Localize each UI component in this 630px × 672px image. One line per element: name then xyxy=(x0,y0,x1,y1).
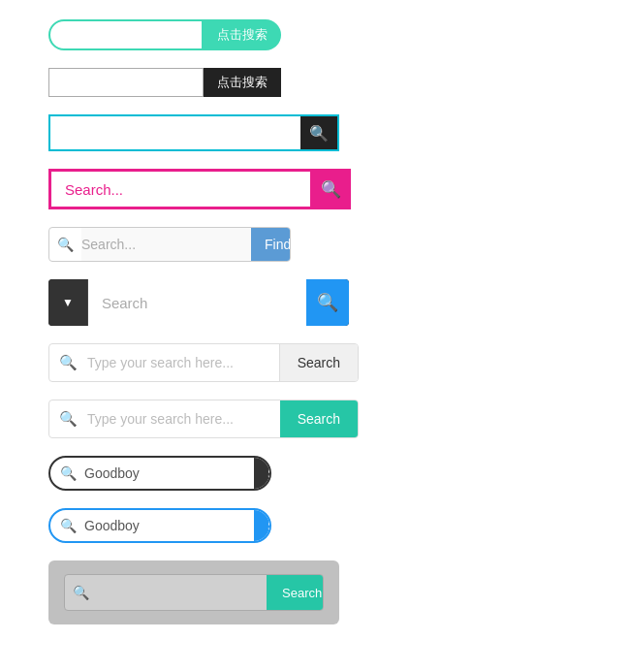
find-button-5[interactable]: Find xyxy=(251,228,291,261)
search-icon-11: 🔍 xyxy=(65,585,97,600)
search-input-11[interactable] xyxy=(97,575,267,610)
search-bar-1: 点击搜索 xyxy=(48,19,582,50)
search-icon-7: 🔍 xyxy=(49,354,87,371)
search-input-6[interactable] xyxy=(88,279,306,326)
search-bar-5: 🔍 Find xyxy=(48,227,291,262)
search-input-5[interactable] xyxy=(81,228,251,261)
search-icon-9: 🔍 xyxy=(50,465,84,481)
search-button-4[interactable]: 🔍 xyxy=(310,169,351,209)
search-bar-8: 🔍 Search xyxy=(48,400,359,438)
search-button-9[interactable]: Search xyxy=(254,458,271,489)
dropdown-6[interactable]: ▼ xyxy=(48,279,88,326)
search-icon-3: 🔍 xyxy=(309,124,329,143)
search-bar-6: ▼ 🔍 xyxy=(48,279,349,326)
search-button-7[interactable]: Search xyxy=(279,344,358,381)
search-button-3[interactable]: 🔍 xyxy=(300,114,339,151)
search-button-1[interactable]: 点击搜索 xyxy=(204,19,281,50)
search-icon-6: 🔍 xyxy=(317,292,338,313)
search-input-3[interactable] xyxy=(48,114,300,151)
search-button-8[interactable]: Search xyxy=(280,400,358,437)
search-input-4[interactable] xyxy=(48,169,310,209)
search-icon-8: 🔍 xyxy=(49,410,87,428)
search-bar-7: 🔍 Search xyxy=(48,343,359,382)
search-bar-10: 🔍 Search xyxy=(48,508,271,543)
search-bar-11-wrapper: 🔍 Search xyxy=(48,560,339,624)
search-input-10[interactable] xyxy=(84,510,254,541)
search-icon-5: 🔍 xyxy=(49,237,81,252)
search-bar-9: 🔍 Search xyxy=(48,456,271,491)
search-button-11[interactable]: Search xyxy=(267,575,324,610)
search-bar-2: 点击搜索 xyxy=(48,68,582,97)
search-button-10[interactable]: Search xyxy=(254,510,271,541)
search-bar-3: 🔍 xyxy=(48,114,582,151)
chevron-down-icon: ▼ xyxy=(62,296,74,309)
search-bar-4: 🔍 xyxy=(48,169,582,209)
search-bar-11: 🔍 Search xyxy=(64,574,324,611)
search-input-8[interactable] xyxy=(87,400,280,437)
search-input-1[interactable] xyxy=(48,19,204,50)
search-input-7[interactable] xyxy=(87,344,279,381)
search-button-6[interactable]: 🔍 xyxy=(306,279,349,326)
search-icon-4: 🔍 xyxy=(321,179,341,200)
search-input-9[interactable] xyxy=(84,458,254,489)
search-button-2[interactable]: 点击搜索 xyxy=(204,68,281,97)
search-input-2[interactable] xyxy=(48,68,204,97)
search-icon-10: 🔍 xyxy=(50,518,84,533)
